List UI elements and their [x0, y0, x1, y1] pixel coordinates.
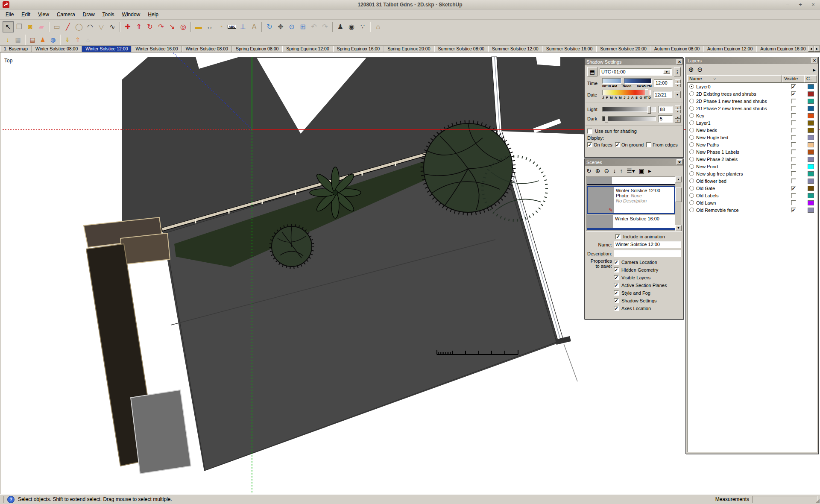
layer-active-radio[interactable] [689, 149, 694, 154]
layer-visible-checkbox[interactable] [791, 200, 796, 205]
scene-list-item-selected[interactable]: ✎ Winter Solstice 12:00 Photo: None No D… [587, 186, 675, 214]
add-scene-button[interactable]: ⊕ [595, 167, 600, 174]
layer-visible-checkbox[interactable]: ✓ [791, 208, 796, 213]
menu-file[interactable]: File [2, 10, 18, 19]
layer-visible-checkbox[interactable]: ✓ [791, 91, 796, 97]
3d-text-tool-button[interactable]: A [249, 21, 260, 32]
layer-row[interactable]: Old flower bed [688, 177, 817, 185]
layer-visible-checkbox[interactable] [791, 171, 796, 176]
style-and-fog-checkbox[interactable]: ✓ [614, 290, 619, 296]
scene-tab-5[interactable]: Winter Solstice 08:00 [182, 46, 232, 52]
layers-close-button[interactable]: ✕ [811, 58, 817, 63]
camera-location-checkbox[interactable]: ✓ [614, 260, 619, 265]
layer-visible-checkbox[interactable] [791, 120, 796, 126]
toggle-shadows-button[interactable]: ⬒ [587, 67, 597, 76]
shadow-settings-checkbox[interactable]: ✓ [614, 298, 619, 303]
layer-active-radio[interactable] [689, 128, 694, 132]
tab-scroll-left-button[interactable]: ◄ [808, 46, 814, 52]
dark-input[interactable]: 5 [658, 115, 673, 123]
edit-scene-pencil-icon[interactable]: ✎ [609, 207, 613, 213]
eraser-tool-button[interactable]: ▰ [36, 21, 47, 32]
remove-layer-button[interactable]: ⊖ [697, 66, 703, 73]
use-sun-checkbox[interactable] [587, 129, 592, 134]
zoom-tool-button[interactable]: ⊙ [286, 21, 297, 32]
layer-active-radio[interactable] [689, 193, 694, 198]
layer-row[interactable]: New slug free planters [688, 170, 817, 177]
layer-active-radio[interactable] [689, 142, 694, 147]
add-layer-button[interactable]: ⊕ [688, 66, 694, 73]
scroll-up-arrow[interactable]: ▲ [675, 176, 682, 182]
date-dropdown-arrow[interactable]: ▼ [674, 91, 681, 98]
line-tool-button[interactable]: ╱ [62, 21, 73, 32]
menu-edit[interactable]: Edit [18, 10, 34, 19]
menu-camera[interactable]: Camera [53, 10, 79, 19]
upload-model-button[interactable]: ⇑ [73, 35, 83, 44]
layer-color-swatch[interactable] [808, 106, 814, 111]
layer-visible-checkbox[interactable] [791, 157, 796, 162]
scene-list-item[interactable]: Winter Solstice 16:00 [587, 215, 675, 230]
layer-color-swatch[interactable] [808, 135, 814, 140]
layer-row[interactable]: New Phase 2 labels [688, 155, 817, 163]
date-slider-thumb[interactable] [645, 89, 648, 97]
move-tool-button[interactable]: ✚ [122, 21, 133, 32]
scenes-close-button[interactable]: ✕ [676, 159, 682, 165]
move-scene-up-button[interactable]: ↑ [620, 167, 623, 174]
protractor-tool-button[interactable]: ◔ [215, 21, 226, 32]
timezone-select[interactable]: UTC+01:00 ▼ [600, 68, 672, 76]
building-maker-button[interactable]: ♟ [38, 35, 48, 44]
layer-visible-checkbox[interactable] [791, 128, 796, 133]
layer-active-radio[interactable] [689, 106, 694, 111]
layer-row[interactable]: Old Gate✓ [688, 185, 817, 192]
layer-active-radio[interactable] [689, 171, 694, 176]
scroll-down-arrow[interactable]: ▼ [675, 225, 682, 231]
layer-color-swatch[interactable] [808, 84, 814, 89]
scene-list[interactable]: ✎ Winter Solstice 12:00 Photo: None No D… [586, 176, 682, 231]
scene-tab-10[interactable]: Summer Solstice 08:00 [434, 46, 489, 52]
menu-help[interactable]: Help [144, 10, 162, 19]
layer-row[interactable]: New Phase 1 Labels [688, 148, 817, 155]
resize-grip[interactable]: ◢ [816, 498, 820, 504]
layer-color-swatch[interactable] [808, 91, 814, 97]
layer-color-swatch[interactable] [808, 171, 814, 176]
preview-google-earth-button[interactable]: ◍ [48, 35, 58, 44]
zoom-extents-tool-button[interactable]: ⊞ [297, 21, 308, 32]
time-slider-thumb[interactable] [621, 78, 624, 85]
layer-active-radio[interactable] [689, 208, 694, 212]
layer-visible-checkbox[interactable] [791, 135, 796, 140]
layer-color-swatch[interactable] [808, 99, 814, 104]
visible-layers-checkbox[interactable]: ✓ [614, 275, 619, 280]
layer-active-radio[interactable] [689, 120, 694, 125]
add-location-button[interactable]: ↓ [3, 35, 13, 44]
layers-list[interactable]: Layer0✓2D Existing trees and shrubs✓2D P… [687, 82, 817, 452]
axes-tool-button[interactable]: ⊥ [237, 21, 249, 32]
layer-color-swatch[interactable] [808, 186, 814, 191]
layer-color-swatch[interactable] [808, 157, 814, 162]
orbit-tool-button[interactable]: ↻ [264, 21, 275, 32]
scene-description-input[interactable] [614, 250, 681, 257]
layers-visible-header[interactable]: Visible [782, 75, 804, 82]
scene-tab-6[interactable]: Spring Equinox 08:00 [232, 46, 282, 52]
date-input[interactable]: 12/21 [653, 91, 672, 98]
layer-active-radio[interactable] [689, 91, 694, 96]
layer-row[interactable]: New Hugle bed [688, 134, 817, 141]
shadow-settings-close-button[interactable]: ✕ [676, 59, 682, 64]
scene-tab-2[interactable]: Winter Solstice 08:00 [32, 46, 82, 52]
select-tool-button[interactable]: ↖ [3, 21, 14, 32]
layer-visible-checkbox[interactable]: ✓ [791, 84, 796, 89]
scene-tab-7[interactable]: Spring Equinox 12:00 [282, 46, 333, 52]
layer-row[interactable]: New beds [688, 126, 817, 134]
layers-color-header[interactable]: C... [804, 75, 817, 82]
layer-row[interactable]: Key [688, 112, 817, 119]
toggle-terrain-button[interactable]: ▦ [13, 35, 23, 44]
light-spinner[interactable]: ▲▼ [675, 105, 681, 113]
layer-active-radio[interactable] [689, 113, 694, 118]
tab-scroll-right-button[interactable]: ► [814, 46, 820, 52]
push-pull-tool-button[interactable]: ⇑ [133, 21, 144, 32]
scene-tab-3[interactable]: Winter Solstice 12:00 [82, 46, 132, 52]
move-scene-down-button[interactable]: ↓ [613, 167, 616, 174]
tape-measure-tool-button[interactable]: ▬ [193, 21, 204, 32]
dark-slider-thumb[interactable] [605, 116, 608, 123]
scene-tab-4[interactable]: Winter Solstice 16:00 [132, 46, 182, 52]
arc-tool-button[interactable]: ◠ [85, 21, 96, 32]
layer-active-radio[interactable] [689, 164, 694, 169]
